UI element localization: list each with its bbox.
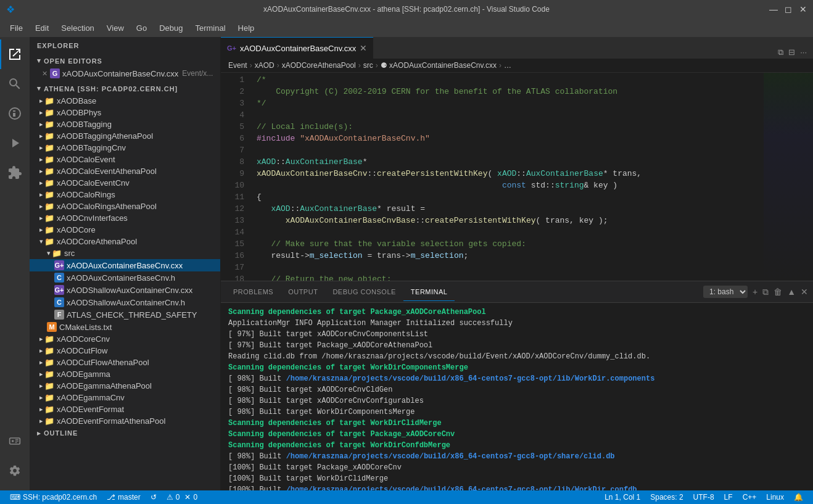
status-branch[interactable]: ⎇ master: [102, 490, 146, 504]
tree-item[interactable]: ▸📁xAODCaloEventCnv: [30, 177, 220, 189]
tree-item[interactable]: ▸📁xAODCaloEventAthenaPool: [30, 165, 220, 177]
folder-icon: 📁: [44, 190, 54, 199]
tree-item[interactable]: MCMakeLists.txt: [30, 321, 220, 333]
folder-icon: 📁: [44, 416, 54, 426]
panel-tab-terminal[interactable]: TERMINAL: [403, 283, 455, 301]
tree-item[interactable]: ▸📁xAODEventFormat: [30, 403, 220, 415]
activity-debug[interactable]: [0, 128, 30, 158]
tree-item[interactable]: ▸📁xAODBTaggingAthenaPool: [30, 130, 220, 142]
tree-item[interactable]: ▸📁xAODCutFlow: [30, 345, 220, 357]
terminal-line: [ 97%] Built target Package_xAODCoreAthe…: [228, 340, 806, 351]
close-button[interactable]: ✕: [798, 4, 808, 14]
menu-go[interactable]: Go: [131, 21, 152, 35]
code-content[interactable]: /* Copyright (C) 2002-2019 CERN for the …: [252, 73, 764, 281]
status-spaces[interactable]: Spaces: 2: [645, 490, 688, 504]
tree-item[interactable]: ▸📁xAODBPhys: [30, 107, 220, 118]
sync-icon: ↺: [151, 493, 157, 502]
more-actions-button[interactable]: ···: [799, 46, 808, 59]
cxx-file-icon: G+: [54, 285, 64, 295]
menu-file[interactable]: File: [5, 21, 28, 35]
tree-item[interactable]: ▸📁xAODCaloRingsAthenaPool: [30, 200, 220, 212]
code-line: #include "xAODAuxContainerBaseCnv.h": [257, 133, 759, 144]
tree-item[interactable]: ▸📁xAODBase: [30, 95, 220, 107]
status-os[interactable]: Linux: [761, 490, 789, 504]
tree-item[interactable]: CxAODShallowAuxContainerCnv.h: [30, 296, 220, 308]
activity-source-control[interactable]: [0, 99, 30, 128]
open-editors-section[interactable]: ▾ OPEN EDITORS: [30, 54, 220, 67]
folder-arrow: ▸: [39, 417, 43, 425]
panel-tab-debug-console[interactable]: DEBUG CONSOLE: [325, 283, 403, 301]
tree-item[interactable]: ▸📁xAODEventFormatAthenaPool: [30, 415, 220, 427]
tree-item[interactable]: ▸📁xAODCutFlowAthenaPool: [30, 357, 220, 368]
tree-item-label: xAODEgammaAthenaPool: [57, 381, 152, 390]
breadcrumb-src[interactable]: src: [363, 61, 373, 70]
statusbar: ⌨ SSH: pcadp02.cern.ch ⎇ master ↺ ⚠ 0 ✕ …: [0, 490, 813, 504]
status-sync[interactable]: ↺: [146, 490, 162, 504]
menu-selection[interactable]: Selection: [56, 21, 99, 35]
menu-view[interactable]: View: [102, 21, 129, 35]
activity-settings[interactable]: [0, 456, 30, 485]
breadcrumb-xaodcoreathenapool[interactable]: xAODCoreAthenaPool: [282, 61, 356, 70]
tree-item[interactable]: ▾📁src: [30, 247, 220, 259]
panel-tab-output[interactable]: OUTPUT: [281, 283, 325, 301]
open-editor-item[interactable]: ✕ G xAODAuxContainerBaseCnv.cxx Event/x.…: [30, 67, 220, 80]
breadcrumb-xaod[interactable]: xAOD: [255, 61, 274, 70]
tree-item[interactable]: ▸📁xAODEgammaCnv: [30, 392, 220, 403]
activity-remote[interactable]: [0, 426, 30, 456]
panel-maximize-button[interactable]: ▲: [787, 287, 796, 297]
editor-tab-active[interactable]: G+ xAODAuxContainerBaseCnv.cxx ✕: [221, 37, 373, 59]
tree-item[interactable]: ▸📁xAODCore: [30, 224, 220, 236]
tree-item[interactable]: ▾📁xAODCoreAthenaPool: [30, 236, 220, 247]
tree-item[interactable]: CxAODAuxContainerBaseCnv.h: [30, 271, 220, 284]
tree-item-label: xAODBTagging: [57, 120, 112, 129]
outline-section[interactable]: ▸ OUTLINE: [30, 427, 220, 440]
tree-item[interactable]: ▸📁xAODEgammaAthenaPool: [30, 380, 220, 392]
minimize-button[interactable]: —: [769, 4, 778, 14]
terminal-content[interactable]: Scanning dependencies of target Package_…: [221, 303, 813, 490]
tree-item[interactable]: ▸📁xAODBTaggingCnv: [30, 142, 220, 154]
breadcrumb-event[interactable]: Event: [228, 61, 247, 70]
sidebar-content: ▾ OPEN EDITORS ✕ G xAODAuxContainerBaseC…: [30, 54, 220, 490]
tree-item[interactable]: G+xAODAuxContainerBaseCnv.cxx: [30, 259, 220, 271]
tree-item[interactable]: ▸📁xAODCoreCnv: [30, 333, 220, 345]
status-remote[interactable]: ⌨ SSH: pcadp02.cern.ch: [5, 490, 102, 504]
maximize-button[interactable]: ◻: [783, 4, 793, 14]
status-language[interactable]: C++: [738, 490, 762, 504]
activity-search[interactable]: [0, 69, 30, 99]
tree-item[interactable]: ▸📁xAODCaloRings: [30, 189, 220, 200]
tree-item[interactable]: ▸📁xAODCnvInterfaces: [30, 212, 220, 224]
breadcrumb-file[interactable]: ⚈ xAODAuxContainerBaseCnv.cxx: [381, 61, 497, 70]
code-line: {: [257, 191, 759, 203]
status-errors[interactable]: ⚠ 0 ✕ 0: [162, 490, 202, 504]
status-notifications[interactable]: 🔔: [789, 490, 808, 504]
panel-close-button[interactable]: ✕: [801, 287, 808, 297]
menu-edit[interactable]: Edit: [30, 21, 54, 35]
kill-terminal-button[interactable]: 🗑: [774, 287, 782, 297]
breadcrumb-more[interactable]: …: [504, 61, 511, 70]
toggle-sidebar-button[interactable]: ⊟: [787, 46, 796, 59]
terminal-selector[interactable]: 1: bash: [703, 286, 748, 298]
folder-icon: 📁: [44, 381, 54, 390]
new-terminal-button[interactable]: +: [753, 287, 757, 297]
tree-item[interactable]: ▸📁xAODEgamma: [30, 368, 220, 380]
menu-terminal[interactable]: Terminal: [190, 21, 230, 35]
menu-help[interactable]: Help: [233, 21, 260, 35]
activity-explorer[interactable]: [0, 39, 30, 69]
status-encoding[interactable]: UTF-8: [688, 490, 719, 504]
minimap: [764, 73, 813, 281]
close-tab-icon[interactable]: ✕: [42, 70, 47, 78]
status-cursor[interactable]: Ln 1, Col 1: [600, 490, 645, 504]
menu-debug[interactable]: Debug: [154, 21, 188, 35]
folder-icon: 📁: [44, 393, 54, 402]
tree-item[interactable]: ▸📁xAODCaloEvent: [30, 154, 220, 165]
split-terminal-button[interactable]: ⧉: [762, 287, 769, 297]
status-eol[interactable]: LF: [719, 490, 738, 504]
split-editor-button[interactable]: ⧉: [777, 46, 785, 59]
panel-tab-problems[interactable]: PROBLEMS: [226, 283, 281, 301]
activity-extensions[interactable]: [0, 158, 30, 188]
tab-close-button[interactable]: ✕: [360, 43, 367, 53]
tree-item[interactable]: FATLAS_CHECK_THREAD_SAFETY: [30, 308, 220, 321]
tree-item[interactable]: ▸📁xAODBTagging: [30, 118, 220, 130]
workspace-section[interactable]: ▾ ATHENA [SSH: PCADP02.CERN.CH]: [30, 82, 220, 95]
tree-item[interactable]: G+xAODShallowAuxContainerCnv.cxx: [30, 284, 220, 296]
